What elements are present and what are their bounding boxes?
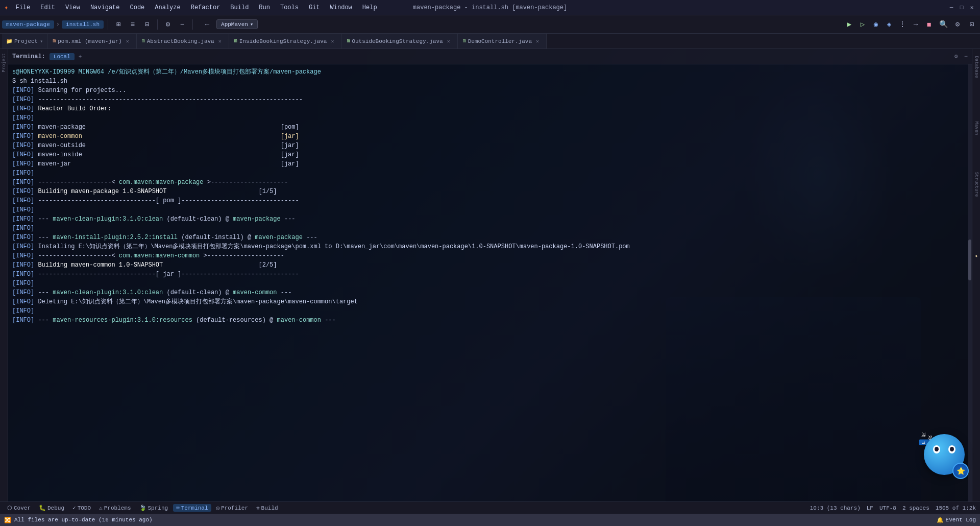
terminal-line-22: [INFO] --------------------------------[… xyxy=(12,270,968,279)
tab-close-pom[interactable]: ✕ xyxy=(124,38,131,45)
xml-icon: m xyxy=(53,38,56,44)
list-icon[interactable]: ≡ xyxy=(127,18,139,31)
menu-view[interactable]: View xyxy=(62,3,83,12)
terminal-label-btn: Terminal xyxy=(181,505,208,511)
terminal-line-21: [INFO] Building maven-common 1.0-SNAPSHO… xyxy=(12,260,968,270)
terminal-output: s@HONEYYXK-ID9999 MINGW64 /e/知识点资料（第二年）/… xyxy=(8,64,972,501)
tab-close-demo[interactable]: ✕ xyxy=(534,38,541,45)
captain-badge: ⭐ xyxy=(952,463,969,479)
settings-icon[interactable]: ⚙ xyxy=(162,18,174,31)
menu-refactor[interactable]: Refactor xyxy=(188,3,224,12)
terminal-line-5: [INFO] xyxy=(12,113,968,123)
forward-button[interactable]: → xyxy=(910,18,922,31)
search-icon[interactable]: 🔍 xyxy=(937,18,949,31)
bottom-toolbar: 🔀 All files are up-to-date (16 minutes a… xyxy=(0,514,980,526)
todo-button[interactable]: ✓ TODO xyxy=(69,504,94,512)
layout-icon[interactable]: ⊡ xyxy=(966,18,978,31)
menu-help[interactable]: Help xyxy=(359,3,380,12)
tab-pom-xml[interactable]: m pom.xml (maven-jar) ✕ xyxy=(47,34,136,49)
project-dropdown-icon: ▾ xyxy=(40,38,43,44)
menu-edit[interactable]: Edit xyxy=(37,3,58,12)
new-tab-icon[interactable]: + xyxy=(79,54,82,60)
mascot-widget[interactable]: E简设 ⭐ xyxy=(924,434,970,485)
debug-button[interactable]: 🐛 Debug xyxy=(36,504,67,512)
tab-demo-controller[interactable]: m DemoController.java ✕ xyxy=(458,34,547,49)
java-icon-3: m xyxy=(347,38,350,44)
minimize-button[interactable]: ─ xyxy=(947,4,955,12)
terminal-line-6: [INFO] maven-package [pom] xyxy=(12,123,968,132)
terminal-line-14: [INFO] --------------------------------[… xyxy=(12,196,968,205)
indent-setting: 2 spaces xyxy=(902,505,929,511)
more-run-icon[interactable]: ⋮ xyxy=(896,18,909,31)
menu-window[interactable]: Window xyxy=(327,3,355,12)
favorites-sidebar-label: ★ xyxy=(973,255,979,257)
status-bar: ⬡ Cover 🐛 Debug ✓ TODO ⚠ Problems 🍃 Spri… xyxy=(0,501,980,514)
event-log-label: Event Log xyxy=(946,517,976,523)
gear-icon[interactable]: ⚙ xyxy=(951,18,964,31)
terminal-button[interactable]: ⌨ Terminal xyxy=(173,504,211,512)
tab-outside-booking[interactable]: m OutsideBookingStrategy.java ✕ xyxy=(341,34,457,49)
tab-label-abstract: AbstractBooking.java xyxy=(147,38,214,44)
breadcrumb-project[interactable]: maven-package xyxy=(2,20,54,29)
menu-git[interactable]: Git xyxy=(306,3,323,12)
terminal-line-20: [INFO] --------------------< com.maven:m… xyxy=(12,251,968,260)
profile-button[interactable]: ◈ xyxy=(883,18,895,31)
terminal-local-tab[interactable]: Local xyxy=(50,53,75,60)
tab-abstract-booking[interactable]: m AbstractBooking.java ✕ xyxy=(137,34,229,49)
menu-file[interactable]: File xyxy=(12,3,33,12)
java-icon-1: m xyxy=(142,38,145,44)
debug-run-button[interactable]: ▷ xyxy=(856,18,869,31)
close-button[interactable]: ✕ xyxy=(968,4,976,12)
debug-label: Debug xyxy=(47,505,64,511)
build-button[interactable]: ⚒ Build xyxy=(253,504,281,512)
cover-button[interactable]: ⬡ Cover xyxy=(4,504,34,512)
run-button[interactable]: ▶ xyxy=(843,18,855,31)
navigate-icon[interactable]: ⊞ xyxy=(112,18,125,31)
collapse-icon[interactable]: ⊟ xyxy=(141,18,153,31)
spring-button[interactable]: 🍃 Spring xyxy=(136,504,172,512)
maximize-button[interactable]: □ xyxy=(958,4,966,12)
breadcrumb-file[interactable]: install.sh xyxy=(62,20,104,29)
terminal-line-7: [INFO] maven-common [jar] xyxy=(12,132,968,141)
project-icon: 📁 xyxy=(6,38,12,44)
terminal-line-27: [INFO] --- maven-resources-plugin:3.1.0:… xyxy=(12,316,968,325)
structure-sidebar-label: Structure xyxy=(974,172,979,197)
problems-icon: ⚠ xyxy=(99,505,103,511)
minus-icon[interactable]: − xyxy=(176,18,188,31)
app-maven-button[interactable]: AppMaven ▾ xyxy=(216,19,258,29)
profiler-icon: ◎ xyxy=(216,505,220,511)
terminal-line-12: [INFO] --------------------< com.maven:m… xyxy=(12,178,968,187)
cover-icon: ⬡ xyxy=(7,505,12,511)
terminal-settings-icon[interactable]: ⚙ xyxy=(954,53,958,60)
terminal-line-0: s@HONEYYXK-ID9999 MINGW64 /e/知识点资料（第二年）/… xyxy=(12,67,968,77)
project-panel-label: Project xyxy=(2,53,7,73)
right-structure-sidebar: Database Maven Structure ★ xyxy=(972,49,980,501)
stop-button[interactable]: ◼ xyxy=(923,18,935,31)
scrollbar-thumb[interactable] xyxy=(968,240,971,280)
mascot-pupil-right xyxy=(950,447,954,451)
terminal-container[interactable]: Terminal: Local + ⚙ − s@HONEYYXK-ID9999 … xyxy=(8,49,972,501)
terminal-minimize-icon[interactable]: − xyxy=(964,53,968,60)
terminal-line-15: [INFO] xyxy=(12,205,968,214)
event-log-button[interactable]: 🔔 Event Log xyxy=(937,517,976,523)
coverage-button[interactable]: ◉ xyxy=(870,18,882,31)
menu-tools[interactable]: Tools xyxy=(277,3,302,12)
tab-inside-booking[interactable]: m InsideBookingStrategy.java ✕ xyxy=(229,34,342,49)
problems-button[interactable]: ⚠ Problems xyxy=(96,504,134,512)
menu-build[interactable]: Build xyxy=(227,3,252,12)
status-message: All files are up-to-date (16 minutes ago… xyxy=(14,517,153,523)
tab-close-abstract[interactable]: ✕ xyxy=(216,38,224,45)
project-tab[interactable]: 📁 Project ▾ xyxy=(2,34,47,49)
profiler-button[interactable]: ◎ Profiler xyxy=(213,504,251,512)
menu-analyze[interactable]: Analyze xyxy=(152,3,183,12)
terminal-line-23: [INFO] xyxy=(12,279,968,288)
menu-navigate[interactable]: Navigate xyxy=(87,3,123,12)
back-icon[interactable]: ← xyxy=(201,18,213,31)
tab-close-outside[interactable]: ✕ xyxy=(445,38,452,45)
git-status: 🔀 xyxy=(4,517,11,523)
window-controls: ─ □ ✕ xyxy=(947,4,976,12)
tab-close-inside[interactable]: ✕ xyxy=(329,38,336,45)
menu-run[interactable]: Run xyxy=(256,3,273,12)
menu-code[interactable]: Code xyxy=(127,3,148,12)
terminal-line-1: $ sh install.sh xyxy=(12,77,968,86)
